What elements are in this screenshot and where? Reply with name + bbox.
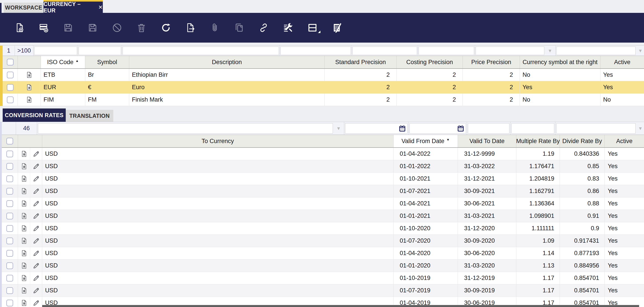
cell-symbol[interactable]: € (85, 81, 129, 93)
open-card-icon[interactable] (18, 297, 30, 307)
cell-standard-precision[interactable]: 2 (325, 94, 396, 106)
table-row[interactable]: USD01-07-202130-09-20211.1627910.86Yes (2, 185, 644, 197)
cell-multiple-rate-by[interactable]: 1.17 (516, 272, 560, 284)
cell-valid-to-date[interactable]: 31-03-2022 (458, 160, 516, 172)
dropdown-icon[interactable]: ▼ (336, 126, 341, 131)
cell-description[interactable]: Euro (129, 81, 325, 93)
filter-to-currency[interactable] (38, 123, 333, 134)
cell-to-currency[interactable]: USD (42, 284, 394, 297)
row-checkbox[interactable] (7, 96, 14, 103)
filter-active[interactable] (556, 46, 636, 55)
table-row[interactable]: USD01-10-202031-12-20201.1111110.9Yes (2, 222, 644, 235)
split-view-icon[interactable] (307, 22, 318, 33)
cell-to-currency[interactable]: USD (42, 235, 394, 247)
cell-valid-to-date[interactable]: 30-06-2020 (458, 247, 516, 259)
cell-multiple-rate-by[interactable]: 1.204819 (516, 173, 560, 185)
cell-valid-from-date[interactable]: 01-01-2021 (394, 210, 458, 222)
cell-valid-to-date[interactable]: 31-12-2019 (458, 272, 516, 284)
column-header-costing-precision[interactable]: Costing Precision (396, 56, 463, 68)
row-checkbox[interactable] (6, 163, 13, 170)
open-card-icon[interactable] (18, 247, 30, 259)
cell-multiple-rate-by[interactable]: 1.098901 (516, 210, 560, 222)
attachment-icon[interactable] (210, 22, 220, 33)
tab-conversion-rates[interactable]: CONVERSION RATES (3, 108, 66, 122)
cell-active[interactable]: Yes (605, 148, 644, 160)
column-header-valid-from-date[interactable]: Valid From Date ▼ (394, 135, 458, 147)
column-header-description[interactable]: Description (129, 56, 325, 68)
cell-active[interactable]: Yes (605, 197, 644, 210)
cell-to-currency[interactable]: USD (42, 210, 394, 222)
row-checkbox-cell[interactable] (2, 284, 18, 297)
cell-iso-code[interactable]: ETB (41, 69, 85, 81)
row-checkbox[interactable] (6, 275, 13, 282)
cell-valid-from-date[interactable]: 01-04-2021 (394, 197, 458, 210)
cell-multiple-rate-by[interactable]: 1.13 (516, 260, 560, 272)
cell-multiple-rate-by[interactable]: 1.09 (516, 235, 560, 247)
open-card-icon[interactable] (18, 222, 30, 235)
row-checkbox-cell[interactable] (2, 260, 18, 272)
filter-multiple-rate-by[interactable] (468, 123, 510, 134)
cell-multiple-rate-by[interactable]: 1.14 (516, 247, 560, 259)
row-checkbox[interactable] (6, 188, 13, 195)
cell-divide-rate-by[interactable]: 0.884956 (560, 260, 605, 272)
edit-pencil-icon[interactable] (30, 222, 42, 235)
cell-valid-from-date[interactable]: 01-01-2020 (394, 260, 458, 272)
edit-pencil-icon[interactable] (30, 247, 42, 259)
table-row[interactable]: USD01-04-202231-12-99991.190.840336Yes (2, 148, 644, 160)
save-and-keep-icon[interactable] (87, 22, 98, 33)
row-checkbox-cell[interactable] (2, 235, 18, 247)
column-header-iso-code[interactable]: ISO Code ▲ (41, 56, 85, 68)
open-card-icon[interactable] (18, 173, 30, 185)
cell-costing-precision[interactable]: 2 (396, 69, 463, 81)
row-checkbox-cell[interactable] (2, 173, 18, 185)
cell-divide-rate-by[interactable]: 0.840336 (560, 148, 605, 160)
row-checkbox-cell[interactable] (2, 185, 18, 197)
tab-workspace[interactable]: WORKSPACE (4, 3, 44, 13)
row-checkbox-cell[interactable] (2, 222, 18, 235)
save-icon[interactable] (63, 22, 74, 33)
cell-active[interactable]: Yes (605, 235, 644, 247)
dropdown-icon[interactable]: ▼ (548, 48, 552, 53)
table-row[interactable]: USD01-04-202130-06-20211.1363640.88Yes (2, 197, 644, 210)
column-header-divide-rate-by[interactable]: Divide Rate By (560, 135, 605, 147)
cell-active[interactable]: Yes (600, 69, 644, 81)
cell-multiple-rate-by[interactable]: 1.176471 (516, 160, 560, 172)
add-multiple-icon[interactable] (38, 22, 49, 33)
row-checkbox[interactable] (6, 213, 13, 219)
column-header-active[interactable]: Active (605, 135, 644, 147)
cell-active[interactable]: Yes (605, 210, 644, 222)
cell-price-precision[interactable]: 2 (463, 81, 520, 93)
column-header-multiple-rate-by[interactable]: Multiple Rate By (516, 135, 560, 147)
edit-pencil-icon[interactable] (30, 173, 42, 185)
delete-icon[interactable] (136, 22, 147, 33)
edit-pencil-icon[interactable] (30, 185, 42, 197)
cell-costing-precision[interactable]: 2 (396, 81, 463, 93)
column-header-currency-symbol-at-right[interactable]: Currency symbol at the right (520, 56, 600, 68)
row-checkbox-cell[interactable] (3, 69, 18, 81)
open-card-icon[interactable] (18, 272, 30, 284)
open-card-icon[interactable] (18, 284, 30, 297)
table-row[interactable]: USD01-01-202131-03-20211.0989010.91Yes (2, 210, 644, 222)
cell-valid-to-date[interactable]: 31-12-9999 (458, 148, 516, 160)
cell-to-currency[interactable]: USD (42, 247, 394, 259)
row-checkbox[interactable] (6, 250, 13, 257)
row-checkbox-cell[interactable] (2, 247, 18, 259)
table-row[interactable]: USD01-01-202031-03-20201.130.884956Yes (2, 260, 644, 272)
cell-price-precision[interactable]: 2 (463, 94, 520, 106)
column-header-to-currency[interactable]: To Currency (42, 135, 394, 147)
open-card-icon[interactable] (18, 197, 30, 210)
cell-valid-from-date[interactable]: 01-01-2022 (394, 160, 458, 172)
open-card-icon[interactable] (18, 160, 30, 172)
edit-pencil-icon[interactable] (30, 260, 42, 272)
filter-symbol-at-right[interactable] (476, 46, 544, 55)
cell-valid-to-date[interactable]: 30-09-2021 (458, 185, 516, 197)
cell-valid-from-date[interactable]: 01-07-2019 (394, 284, 458, 297)
row-checkbox[interactable] (6, 225, 13, 232)
cell-symbol[interactable]: FM (85, 94, 129, 106)
cell-divide-rate-by[interactable]: 0.86 (560, 185, 605, 197)
cell-to-currency[interactable]: USD (42, 222, 394, 235)
cell-to-currency[interactable]: USD (42, 173, 394, 185)
table-row[interactable]: FIMFMFinish Mark222NoNo (3, 94, 644, 106)
table-row[interactable]: USD01-07-202030-09-20201.090.917431Yes (2, 235, 644, 247)
cell-standard-precision[interactable]: 2 (325, 81, 396, 93)
